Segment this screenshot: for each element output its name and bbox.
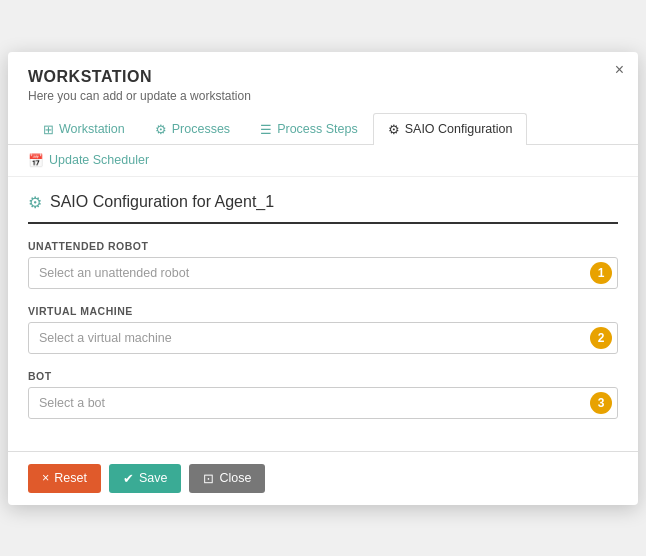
virtual-machine-select[interactable]: Select a virtual machine (28, 322, 618, 354)
save-button[interactable]: ✔ Save (109, 464, 182, 493)
unattended-robot-field: UNATTENDED ROBOT Select an unattended ro… (28, 240, 618, 289)
section-title: ⚙ SAIO Configuration for Agent_1 (28, 193, 618, 224)
reset-label: Reset (54, 471, 87, 485)
tab-saio-config-label: SAIO Configuration (405, 122, 513, 136)
workstation-modal: WORKSTATION Here you can add or update a… (8, 52, 638, 505)
tab-processes-label: Processes (172, 122, 230, 136)
processes-tab-icon: ⚙ (155, 122, 167, 137)
tab-workstation-label: Workstation (59, 122, 125, 136)
modal-subtitle: Here you can add or update a workstation (28, 89, 618, 103)
section-title-icon: ⚙ (28, 193, 42, 212)
sub-tab-update-scheduler[interactable]: 📅 Update Scheduler (28, 153, 149, 168)
process-steps-tab-icon: ☰ (260, 122, 272, 137)
bot-label: BOT (28, 370, 618, 382)
close-footer-label: Close (219, 471, 251, 485)
section-title-text: SAIO Configuration for Agent_1 (50, 193, 274, 211)
tab-bar: ⊞ Workstation ⚙ Processes ☰ Process Step… (8, 113, 638, 145)
tab-saio-config[interactable]: ⚙ SAIO Configuration (373, 113, 528, 145)
virtual-machine-label: VIRTUAL MACHINE (28, 305, 618, 317)
tab-workstation[interactable]: ⊞ Workstation (28, 113, 140, 145)
modal-header: WORKSTATION Here you can add or update a… (8, 52, 638, 113)
modal-body: ⚙ SAIO Configuration for Agent_1 UNATTEN… (8, 177, 638, 451)
unattended-robot-wrapper: Select an unattended robot 1 (28, 257, 618, 289)
save-label: Save (139, 471, 168, 485)
bot-wrapper: Select a bot 3 (28, 387, 618, 419)
unattended-robot-label: UNATTENDED ROBOT (28, 240, 618, 252)
close-icon[interactable]: × (615, 62, 624, 78)
reset-button[interactable]: × Reset (28, 464, 101, 493)
update-scheduler-label: Update Scheduler (49, 153, 149, 167)
tab-processes[interactable]: ⚙ Processes (140, 113, 245, 145)
bot-select[interactable]: Select a bot (28, 387, 618, 419)
unattended-robot-select[interactable]: Select an unattended robot (28, 257, 618, 289)
saio-tab-icon: ⚙ (388, 122, 400, 137)
virtual-machine-wrapper: Select a virtual machine 2 (28, 322, 618, 354)
reset-icon: × (42, 471, 49, 485)
modal-title: WORKSTATION (28, 68, 618, 86)
tab-process-steps[interactable]: ☰ Process Steps (245, 113, 373, 145)
virtual-machine-field: VIRTUAL MACHINE Select a virtual machine… (28, 305, 618, 354)
save-icon: ✔ (123, 471, 134, 486)
workstation-tab-icon: ⊞ (43, 122, 54, 137)
bot-field: BOT Select a bot 3 (28, 370, 618, 419)
update-scheduler-icon: 📅 (28, 153, 44, 168)
close-footer-icon: ⊡ (203, 471, 214, 486)
modal-footer: × Reset ✔ Save ⊡ Close (8, 451, 638, 505)
close-button[interactable]: ⊡ Close (189, 464, 265, 493)
sub-tab-bar: 📅 Update Scheduler (8, 145, 638, 177)
tab-process-steps-label: Process Steps (277, 122, 358, 136)
